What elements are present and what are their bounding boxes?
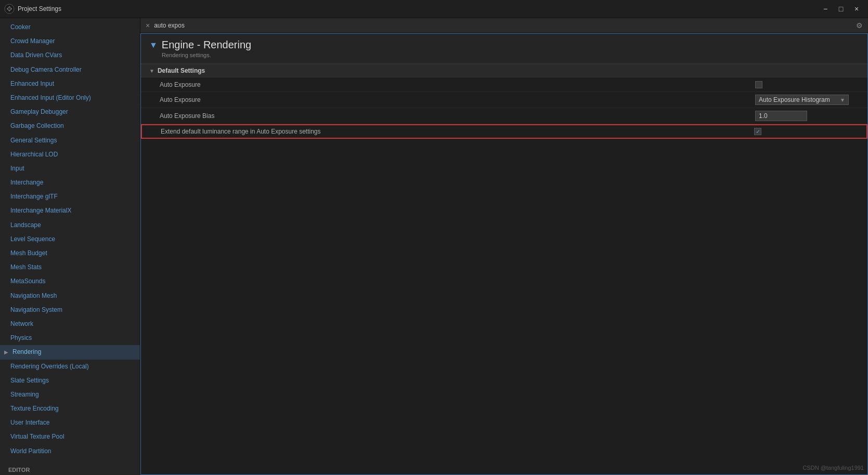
sidebar-item-label: Mesh Stats — [10, 262, 42, 272]
sidebar-item-label: Interchange MaterialX — [10, 206, 71, 216]
sidebar-list: CookerCrowd ManagerData Driven CVarsDebu… — [0, 18, 140, 460]
sidebar-item-navigation-mesh[interactable]: Navigation Mesh — [0, 289, 140, 303]
sidebar-item-debug-camera-controller[interactable]: Debug Camera Controller — [0, 63, 140, 77]
sidebar-item-label: Level Sequence — [10, 234, 55, 244]
sidebar-item-data-driven-cvars[interactable]: Data Driven CVars — [0, 48, 140, 62]
sidebar-item-mesh-stats[interactable]: Mesh Stats — [0, 260, 140, 274]
extend-luminance-label: Extend default luminance range in Auto E… — [161, 128, 754, 135]
sidebar-item-label: Enhanced Input (Editor Only) — [10, 93, 91, 103]
sidebar-item-metasounds[interactable]: MetaSounds — [0, 274, 140, 288]
sidebar-item-label: Network — [10, 319, 33, 329]
setting-row-auto-exposure-checkbox: Auto Exposure — [141, 77, 867, 92]
app-icon — [4, 4, 15, 14]
sidebar-item-label: Navigation Mesh — [10, 291, 57, 301]
sidebar-item-label: Crowd Manager — [10, 36, 55, 46]
sidebar-item-interchange[interactable]: Interchange — [0, 176, 140, 190]
panel-subtitle: Rendering settings. — [149, 52, 859, 58]
sidebar-item-label: Interchange — [10, 178, 43, 188]
sidebar-item-label: World Partition — [10, 446, 51, 456]
sidebar-item-interchange-materialx[interactable]: Interchange MaterialX — [0, 204, 140, 218]
sidebar-item-label: Enhanced Input — [10, 79, 54, 89]
sidebar-item-texture-encoding[interactable]: Texture Encoding — [0, 402, 140, 416]
sidebar-item-label: Texture Encoding — [10, 404, 59, 414]
sidebar-item-rendering[interactable]: ▶Rendering — [0, 345, 140, 359]
window-controls: − □ × — [818, 2, 864, 16]
section-arrow: ▼ — [149, 68, 154, 74]
title-bar: Project Settings − □ × — [0, 0, 868, 18]
section-default-settings: ▼ Default Settings — [141, 64, 867, 77]
sidebar-item-label: Physics — [10, 333, 32, 343]
sidebar-item-label: User Interface — [10, 418, 49, 428]
auto-exposure-checkbox[interactable] — [755, 81, 762, 88]
sidebar-item-label: Debug Camera Controller — [10, 65, 82, 75]
setting-row-extend-luminance: Extend default luminance range in Auto E… — [141, 124, 867, 139]
maximize-button[interactable]: □ — [834, 2, 848, 16]
sidebar-arrow-icon: ▶ — [4, 349, 10, 355]
sidebar-item-label: Streaming — [10, 390, 39, 400]
sidebar-item-gameplay-debugger[interactable]: Gameplay Debugger — [0, 105, 140, 119]
svg-point-1 — [8, 7, 11, 10]
sidebar-item-label: Slate Settings — [10, 376, 49, 386]
sidebar-item-enhanced-input-editor[interactable]: Enhanced Input (Editor Only) — [0, 91, 140, 105]
sidebar-item-network[interactable]: Network — [0, 317, 140, 331]
auto-exposure-dropdown[interactable]: Auto Exposure Histogram ▼ — [755, 95, 849, 105]
auto-exposure-bias-input[interactable] — [755, 111, 807, 121]
sidebar-item-navigation-system[interactable]: Navigation System — [0, 303, 140, 317]
checkbox-check-icon: ✓ — [756, 128, 760, 135]
sidebar-item-crowd-manager[interactable]: Crowd Manager — [0, 34, 140, 48]
section-title: Default Settings — [158, 67, 205, 74]
sidebar-item-mesh-budget[interactable]: Mesh Budget — [0, 246, 140, 260]
auto-exposure-dropdown-control: Auto Exposure Histogram ▼ — [755, 95, 859, 105]
search-input[interactable] — [154, 22, 852, 29]
sidebar-item-physics[interactable]: Physics — [0, 331, 140, 345]
sidebar-item-label: Virtual Texture Pool — [10, 432, 64, 442]
search-gear-button[interactable]: ⚙ — [856, 21, 863, 30]
sidebar-item-label: Landscape — [10, 220, 41, 230]
sidebar-item-label: Cooker — [10, 22, 31, 32]
auto-exposure-checkbox-control — [755, 81, 859, 88]
sidebar-item-label: General Settings — [10, 136, 57, 146]
minimize-button[interactable]: − — [818, 2, 833, 16]
setting-row-auto-exposure-bias: Auto Exposure Bias — [141, 108, 867, 124]
sidebar-item-label: Garbage Collection — [10, 121, 64, 131]
sidebar: CookerCrowd ManagerData Driven CVarsDebu… — [0, 18, 140, 475]
sidebar-item-level-sequence[interactable]: Level Sequence — [0, 232, 140, 246]
sidebar-item-streaming[interactable]: Streaming — [0, 388, 140, 402]
sidebar-item-label: Navigation System — [10, 305, 62, 315]
sidebar-item-landscape[interactable]: Landscape — [0, 218, 140, 232]
sidebar-item-virtual-texture-pool[interactable]: Virtual Texture Pool — [0, 430, 140, 444]
search-bar: × ⚙ — [140, 18, 868, 33]
extend-luminance-control: ✓ — [754, 128, 858, 135]
sidebar-item-cooker[interactable]: Cooker — [0, 20, 140, 34]
panel-collapse-arrow[interactable]: ▼ — [149, 41, 158, 50]
panel-title: Engine - Rendering — [162, 39, 251, 51]
search-clear-button[interactable]: × — [146, 21, 150, 30]
auto-exposure-bias-label: Auto Exposure Bias — [160, 112, 755, 120]
sidebar-item-label: Hierarchical LOD — [10, 150, 58, 160]
sidebar-item-slate-settings[interactable]: Slate Settings — [0, 374, 140, 388]
content-area: × ⚙ ▼ Engine - Rendering Rendering setti… — [140, 18, 868, 475]
sidebar-item-hierarchical-lod[interactable]: Hierarchical LOD — [0, 148, 140, 162]
close-button[interactable]: × — [849, 2, 864, 16]
sidebar-section-editor: Editor — [0, 460, 140, 475]
auto-exposure-dropdown-label: Auto Exposure — [160, 96, 755, 103]
sidebar-item-enhanced-input[interactable]: Enhanced Input — [0, 77, 140, 91]
auto-exposure-dropdown-value: Auto Exposure Histogram — [759, 96, 830, 103]
sidebar-item-world-partition[interactable]: World Partition — [0, 444, 140, 458]
sidebar-item-garbage-collection[interactable]: Garbage Collection — [0, 119, 140, 133]
sidebar-item-input[interactable]: Input — [0, 162, 140, 176]
sidebar-item-label: Rendering Overrides (Local) — [10, 362, 89, 372]
main-layout: CookerCrowd ManagerData Driven CVarsDebu… — [0, 18, 868, 475]
sidebar-item-user-interface[interactable]: User Interface — [0, 416, 140, 430]
window-title: Project Settings — [18, 5, 818, 12]
sidebar-item-general-settings[interactable]: General Settings — [0, 134, 140, 148]
sidebar-item-label: Rendering — [12, 347, 41, 357]
dropdown-arrow-icon: ▼ — [840, 97, 845, 103]
extend-luminance-checkbox[interactable]: ✓ — [754, 128, 761, 135]
sidebar-item-interchange-gltf[interactable]: Interchange glTF — [0, 190, 140, 204]
sidebar-item-rendering-overrides[interactable]: Rendering Overrides (Local) — [0, 360, 140, 374]
panel-title-row: ▼ Engine - Rendering — [149, 39, 859, 51]
panel-header: ▼ Engine - Rendering Rendering settings. — [141, 34, 867, 64]
sidebar-item-label: Data Driven CVars — [10, 50, 62, 60]
settings-panel: ▼ Engine - Rendering Rendering settings.… — [140, 33, 868, 475]
